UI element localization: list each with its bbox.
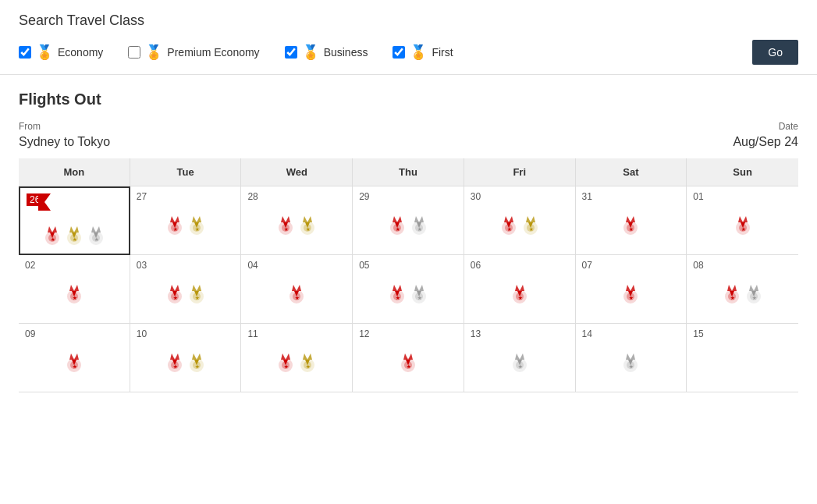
calendar-cell[interactable]: 30 ★ ★ [464,186,576,255]
cal-date: 05 [359,260,457,271]
svg-marker-88 [175,285,179,291]
svg-marker-58 [509,216,513,222]
award-icons-row: ★ ★ [137,352,235,374]
svg-marker-40 [307,216,312,222]
svg-marker-63 [526,216,531,222]
svg-marker-94 [197,285,201,291]
svg-marker-34 [286,216,290,222]
business-icon: 🏅 [302,44,319,61]
award-icon-red: ★ [622,283,639,306]
award-icon-gold: ★ [188,352,205,374]
calendar-cell[interactable]: 06 ★ [464,255,576,324]
svg-marker-15 [91,226,96,232]
flights-section: Flights Out From Sydney to Tokyo Date Au… [0,75,817,392]
cal-date: 11 [247,328,346,339]
calendar-header-cell: Fri [464,158,576,186]
first-icon: 🏅 [410,44,427,61]
award-icons-row: ★ ★ [137,215,235,237]
award-icons-row: ★ [582,283,680,306]
svg-marker-136 [754,285,758,291]
award-icons-row: ★ [247,283,346,306]
calendar-cell[interactable]: 10 ★ ★ [130,324,242,392]
calendar-cell[interactable]: 11 ★ ★ [241,324,353,392]
first-option[interactable]: 🏅 First [393,44,453,61]
svg-marker-172 [408,353,413,360]
cal-date: 12 [359,328,457,339]
calendar-cell[interactable]: 08 ★ ★ [687,255,798,324]
first-checkbox[interactable] [393,46,405,59]
award-icons-row: ★ ★ [693,283,792,306]
svg-marker-51 [414,216,419,222]
search-title: Search Travel Class [19,12,798,29]
svg-marker-154 [197,353,201,360]
cal-date: 06 [471,260,569,271]
svg-marker-76 [743,216,748,222]
calendar-cell[interactable]: 03 ★ ★ [130,255,242,324]
award-icons-row: ★ [693,215,792,237]
premium-economy-checkbox[interactable] [128,46,140,59]
svg-marker-4 [52,226,57,232]
svg-marker-183 [626,353,631,360]
calendar-cell[interactable]: 26 ★ ★ [19,186,130,255]
calendar-cell[interactable]: 02 ★ [19,255,130,324]
award-icon-red: ★ [288,283,305,306]
svg-marker-130 [732,285,737,291]
first-label: First [432,46,453,59]
svg-marker-69 [626,216,631,222]
calendar-header-cell: Wed [241,158,353,186]
business-checkbox[interactable] [285,46,297,59]
calendar-cell[interactable]: 12 ★ [353,324,464,392]
svg-marker-171 [403,353,408,360]
award-icons-row: ★ [359,352,457,374]
svg-marker-165 [303,353,307,360]
award-icon-gold: ★ [188,215,205,237]
from-value: Sydney to Tokyo [19,135,110,149]
svg-marker-148 [175,353,179,360]
svg-marker-81 [69,285,74,291]
svg-marker-57 [504,216,509,222]
premium-economy-option[interactable]: 🏅 Premium Economy [128,44,259,61]
premium-economy-label: Premium Economy [167,46,259,59]
calendar-cell[interactable]: 01 ★ [687,186,798,255]
business-option[interactable]: 🏅 Business [285,44,368,61]
calendar-cell[interactable]: 14 ★ [576,324,687,392]
calendar-cell[interactable]: 15 [687,324,798,392]
calendar-header-cell: Thu [353,158,464,186]
cal-date: 28 [247,191,346,202]
calendar-header-cell: Tue [130,158,242,186]
calendar-cell[interactable]: 31 ★ [576,186,687,255]
go-button[interactable]: Go [752,40,798,65]
calendar-cell[interactable]: 27 ★ ★ [130,186,242,255]
calendar-cell[interactable]: 05 ★ ★ [353,255,464,324]
award-icon-red: ★ [166,215,183,237]
page-wrapper: Search Travel Class 🏅 Economy 🏅 Premium … [0,0,817,504]
award-icon-gold: ★ [522,215,539,237]
svg-marker-82 [74,285,79,291]
cal-date: 31 [582,191,680,202]
calendar-cell[interactable]: 04 ★ [241,255,353,324]
cal-date: 10 [137,328,235,339]
award-icon-gold: ★ [299,215,316,237]
calendar-cell[interactable]: 13 ★ [464,324,576,392]
award-icon-gold: ★ [66,225,83,247]
svg-marker-100 [297,285,301,291]
award-icon-silver: ★ [511,352,528,374]
cal-date: 15 [693,328,792,339]
award-icons-row: ★ [582,352,680,374]
cal-date: 03 [137,260,235,271]
award-icon-red: ★ [44,225,61,247]
award-icons-row: ★ [25,352,123,374]
date-label: Date [733,121,798,132]
svg-marker-160 [286,353,290,360]
calendar-cell[interactable]: 09 ★ [19,324,130,392]
calendar-cell[interactable]: 29 ★ ★ [353,186,464,255]
economy-option[interactable]: 🏅 Economy [19,44,103,61]
svg-marker-178 [520,353,524,360]
calendar-cell[interactable]: 28 ★ ★ [241,186,353,255]
award-icon-red: ★ [166,283,183,306]
economy-checkbox[interactable] [19,46,31,59]
award-icon-red: ★ [166,352,183,374]
cal-date: 07 [582,260,680,271]
cal-date: 29 [359,191,457,202]
calendar-cell[interactable]: 07 ★ [576,255,687,324]
